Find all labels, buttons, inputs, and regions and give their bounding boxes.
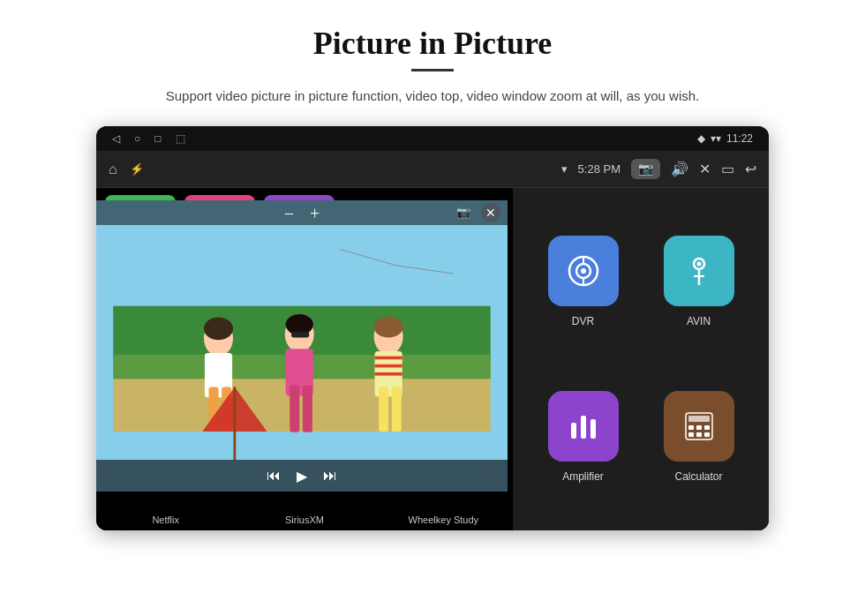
- pip-plus-button[interactable]: +: [310, 204, 320, 224]
- svg-rect-21: [375, 372, 402, 376]
- device-frame: ◁ ○ □ ⬚ ◆ ▾▾ 11:22 ⌂ ⚡ ▾ 5:28 PM 📷 🔊: [96, 126, 769, 530]
- svg-rect-23: [392, 387, 402, 431]
- app-netflix-label: Netflix: [152, 515, 179, 525]
- title-underline: [411, 69, 454, 71]
- home-toolbar-icon[interactable]: ⌂: [109, 162, 117, 177]
- back-icon: ◁: [112, 132, 120, 146]
- status-bar-nav-icons: ◁ ○ □ ⬚: [112, 132, 185, 146]
- volume-icon[interactable]: 🔊: [671, 161, 688, 177]
- svg-rect-22: [379, 387, 388, 431]
- video-scene-svg: [96, 225, 508, 460]
- video-scene: [96, 225, 508, 460]
- svg-rect-42: [696, 425, 702, 430]
- app-grid-item-calculator[interactable]: Calculator: [641, 359, 756, 515]
- bottom-app-labels: Netflix SiriusXM Wheelkey Study: [96, 486, 513, 530]
- svg-rect-14: [303, 386, 312, 432]
- pip-toolbar-icon[interactable]: ▭: [721, 161, 734, 177]
- app-grid-item-avin[interactable]: AVIN: [641, 204, 756, 359]
- pip-playback-controls: ⏮ ▶ ⏭: [96, 460, 508, 492]
- pip-controls: − +: [284, 204, 320, 224]
- svg-rect-13: [290, 386, 299, 432]
- pip-video-window[interactable]: 📷 − + ✕: [96, 200, 508, 492]
- main-content-area: 📷 − + ✕: [96, 188, 769, 530]
- amplifier-icon: [564, 407, 603, 446]
- dvr-label: DVR: [572, 315, 594, 327]
- toolbar-time: 5:28 PM: [578, 162, 621, 176]
- toolbar: ⌂ ⚡ ▾ 5:28 PM 📷 🔊 ✕ ▭ ↩: [96, 151, 769, 188]
- page-title: Picture in Picture: [313, 25, 553, 62]
- app-grid-item-amplifier[interactable]: Amplifier: [525, 359, 641, 515]
- page-wrapper: Picture in Picture Support video picture…: [0, 0, 865, 548]
- svg-rect-16: [291, 332, 309, 337]
- dvr-icon-box: [548, 236, 619, 306]
- pip-camera-icon: 📷: [456, 206, 470, 220]
- app-grid: DVR AVIN: [513, 188, 769, 530]
- next-button[interactable]: ⏭: [323, 468, 337, 484]
- svg-point-10: [204, 318, 233, 341]
- usb-icon: ⚡: [130, 162, 144, 177]
- svg-rect-20: [375, 364, 402, 368]
- pip-close-button[interactable]: ✕: [481, 203, 500, 222]
- avin-icon-box: [664, 236, 734, 306]
- play-button[interactable]: ▶: [297, 468, 307, 485]
- amplifier-label: Amplifier: [562, 470, 604, 483]
- svg-rect-45: [696, 432, 702, 437]
- svg-rect-43: [704, 425, 710, 430]
- toolbar-right: ▾ 5:28 PM 📷 🔊 ✕ ▭ ↩: [561, 159, 756, 179]
- avin-icon: [680, 252, 718, 290]
- screenshot-icon: ⬚: [176, 132, 185, 146]
- home-icon: ○: [134, 132, 140, 146]
- video-section: 📷 − + ✕: [96, 188, 513, 530]
- status-bar-right: ◆ ▾▾ 11:22: [697, 132, 753, 145]
- toolbar-left: ⌂ ⚡: [109, 162, 144, 177]
- avin-label: AVIN: [687, 315, 711, 327]
- app-siriusxm-label: SiriusXM: [285, 515, 324, 525]
- pip-minus-button[interactable]: −: [284, 204, 294, 224]
- calculator-icon: [680, 407, 718, 446]
- recent-icon: □: [154, 132, 161, 146]
- svg-rect-19: [375, 357, 402, 360]
- svg-rect-36: [571, 423, 576, 439]
- back-toolbar-icon[interactable]: ↩: [745, 161, 756, 177]
- svg-rect-46: [704, 432, 710, 437]
- status-time: 11:22: [726, 132, 753, 145]
- status-bar: ◁ ○ □ ⬚ ◆ ▾▾ 11:22: [96, 126, 769, 151]
- close-toolbar-icon[interactable]: ✕: [699, 161, 711, 177]
- app-wheelkey-label: Wheelkey Study: [409, 515, 478, 525]
- location-icon: ◆: [697, 132, 705, 145]
- pip-header: 📷 − + ✕: [96, 200, 508, 225]
- app-wheelkey[interactable]: Wheelkey Study: [374, 486, 513, 530]
- app-netflix[interactable]: Netflix: [96, 486, 235, 530]
- svg-rect-40: [688, 416, 710, 422]
- dvr-icon: [564, 252, 603, 290]
- wifi-signal-icon: ▾▾: [711, 132, 721, 145]
- app-grid-item-dvr[interactable]: DVR: [525, 204, 641, 359]
- svg-rect-41: [688, 425, 694, 430]
- svg-rect-38: [590, 419, 596, 439]
- page-subtitle: Support video picture in picture functio…: [166, 86, 699, 107]
- svg-point-24: [374, 317, 403, 338]
- amplifier-icon-box: [548, 391, 619, 462]
- camera-toolbar-button[interactable]: 📷: [631, 159, 660, 179]
- svg-rect-44: [688, 432, 694, 437]
- svg-point-35: [696, 262, 701, 267]
- calculator-icon-box: [664, 391, 734, 462]
- prev-button[interactable]: ⏮: [267, 468, 281, 484]
- wifi-toolbar-icon: ▾: [561, 162, 568, 177]
- svg-rect-37: [581, 416, 586, 439]
- app-siriusxm[interactable]: SiriusXM: [235, 486, 373, 530]
- svg-point-29: [581, 268, 586, 274]
- calculator-label: Calculator: [674, 470, 722, 483]
